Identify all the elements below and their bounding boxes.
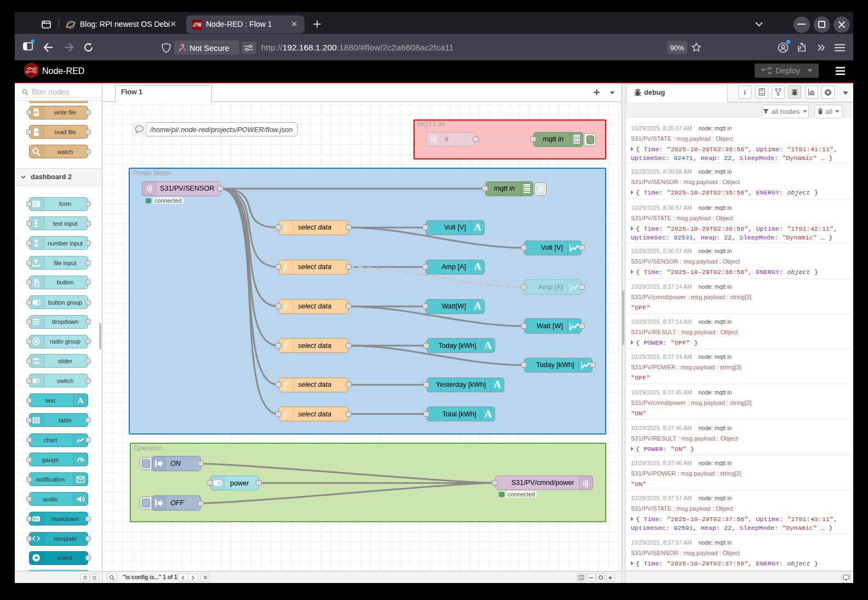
- svg-text:ƒ: ƒ: [283, 221, 289, 233]
- svg-text:ƒ: ƒ: [283, 408, 289, 420]
- svg-text:i: i: [744, 88, 746, 96]
- svg-text:A: A: [493, 379, 501, 390]
- svg-text:A: A: [474, 261, 481, 272]
- svg-text:ƒ: ƒ: [283, 379, 289, 391]
- svg-text:A: A: [474, 301, 481, 312]
- svg-text:ƒ: ƒ: [283, 300, 289, 312]
- svg-text:A: A: [484, 409, 492, 420]
- svg-text:ƒ: ƒ: [283, 261, 289, 273]
- svg-text:A: A: [484, 340, 492, 351]
- svg-text:ƒ: ƒ: [283, 340, 289, 352]
- svg-text:A: A: [474, 222, 481, 233]
